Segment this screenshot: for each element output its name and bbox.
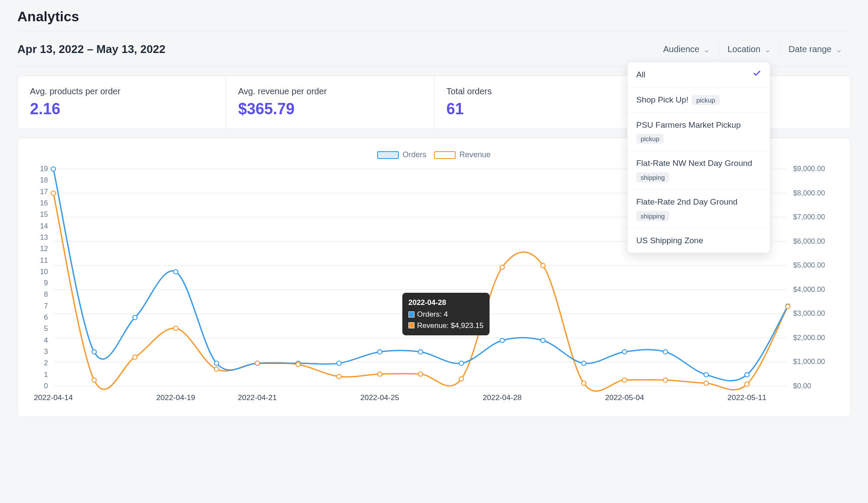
stat-value: $365.79 bbox=[238, 100, 422, 118]
svg-text:11: 11 bbox=[40, 256, 48, 264]
stat-label: Total orders bbox=[447, 86, 630, 96]
svg-text:$8,000.00: $8,000.00 bbox=[793, 189, 825, 197]
chevron-down-icon bbox=[704, 46, 710, 53]
location-option[interactable]: US Shipping Zone bbox=[628, 228, 770, 253]
svg-point-60 bbox=[582, 361, 586, 365]
svg-text:15: 15 bbox=[40, 211, 48, 218]
location-option-tag: shipping bbox=[636, 172, 669, 182]
legend-swatch-orders bbox=[377, 151, 399, 159]
location-option[interactable]: All bbox=[628, 62, 770, 88]
location-option-tag: pickup bbox=[692, 95, 719, 105]
svg-text:$1,000.00: $1,000.00 bbox=[793, 358, 825, 366]
svg-text:2022-04-14: 2022-04-14 bbox=[34, 393, 73, 402]
location-option[interactable]: Shop Pick Up!pickup bbox=[628, 88, 770, 113]
audience-filter[interactable]: Audience bbox=[654, 41, 718, 58]
svg-text:3: 3 bbox=[44, 347, 48, 355]
stat-label: Avg. products per order bbox=[30, 86, 214, 96]
legend-swatch-revenue bbox=[434, 151, 456, 159]
location-dropdown: AllShop Pick Up!pickupPSU Farmers Market… bbox=[627, 62, 770, 253]
svg-point-58 bbox=[500, 338, 504, 343]
svg-point-61 bbox=[622, 350, 627, 354]
check-icon bbox=[753, 69, 761, 80]
legend-revenue-label: Revenue bbox=[459, 150, 490, 159]
svg-text:4: 4 bbox=[44, 336, 48, 344]
stat-value: 2.16 bbox=[30, 100, 214, 118]
svg-point-72 bbox=[296, 362, 300, 367]
svg-point-66 bbox=[51, 191, 56, 195]
svg-point-59 bbox=[541, 338, 545, 343]
svg-text:10: 10 bbox=[40, 268, 48, 275]
svg-point-56 bbox=[418, 350, 423, 354]
location-option-label: PSU Farmers Market Pickup bbox=[636, 120, 741, 131]
date-range-filter[interactable]: Date range bbox=[779, 41, 851, 58]
stat-value: 61 bbox=[447, 100, 630, 118]
location-option-label: Flat-Rate NW Next Day Ground bbox=[636, 158, 752, 169]
svg-point-54 bbox=[337, 361, 341, 365]
legend-orders-label: Orders bbox=[402, 150, 426, 159]
page-title: Analytics bbox=[17, 9, 851, 25]
svg-point-74 bbox=[378, 372, 382, 376]
svg-point-75 bbox=[418, 372, 423, 376]
chevron-down-icon bbox=[765, 46, 771, 53]
legend-revenue[interactable]: Revenue bbox=[434, 150, 490, 159]
svg-text:0: 0 bbox=[44, 382, 48, 390]
stat-label: Avg. revenue per order bbox=[238, 86, 422, 96]
svg-point-80 bbox=[622, 378, 627, 382]
svg-text:$7,000.00: $7,000.00 bbox=[793, 213, 825, 221]
stat-card: Total orders61 bbox=[434, 76, 643, 129]
location-option[interactable]: Flate-Rate 2nd Day Groundshipping bbox=[628, 190, 770, 228]
svg-text:16: 16 bbox=[40, 199, 48, 207]
svg-point-84 bbox=[786, 304, 790, 309]
toolbar: Apr 13, 2022 – May 13, 2022 Audience Loc… bbox=[17, 32, 851, 66]
location-option-label: All bbox=[636, 69, 645, 80]
svg-text:$3,000.00: $3,000.00 bbox=[793, 310, 825, 318]
svg-point-47 bbox=[51, 167, 56, 171]
svg-text:7: 7 bbox=[44, 302, 48, 310]
svg-text:18: 18 bbox=[40, 176, 48, 184]
svg-point-68 bbox=[133, 355, 137, 359]
svg-text:9: 9 bbox=[44, 279, 48, 287]
svg-text:2022-04-25: 2022-04-25 bbox=[360, 393, 399, 402]
location-option-label: Shop Pick Up! bbox=[636, 95, 688, 106]
svg-point-71 bbox=[255, 361, 260, 365]
stat-card: Avg. revenue per order$365.79 bbox=[226, 76, 434, 129]
date-range-filter-label: Date range bbox=[789, 44, 832, 54]
svg-point-81 bbox=[663, 378, 667, 382]
svg-text:$9,000.00: $9,000.00 bbox=[793, 165, 825, 172]
audience-filter-label: Audience bbox=[663, 44, 699, 54]
location-filter[interactable]: Location bbox=[718, 41, 779, 58]
svg-text:19: 19 bbox=[40, 165, 48, 172]
svg-point-62 bbox=[663, 350, 667, 354]
svg-text:17: 17 bbox=[40, 188, 48, 195]
svg-point-67 bbox=[92, 378, 96, 382]
svg-text:$6,000.00: $6,000.00 bbox=[793, 237, 825, 245]
svg-text:12: 12 bbox=[40, 245, 48, 252]
svg-text:$0.00: $0.00 bbox=[793, 382, 811, 390]
svg-text:13: 13 bbox=[40, 233, 48, 241]
svg-point-76 bbox=[459, 377, 464, 381]
svg-text:$5,000.00: $5,000.00 bbox=[793, 261, 825, 269]
svg-point-49 bbox=[133, 315, 137, 320]
date-range-label: Apr 13, 2022 – May 13, 2022 bbox=[17, 43, 165, 56]
location-option-tag: shipping bbox=[636, 211, 669, 221]
svg-point-73 bbox=[337, 374, 341, 379]
svg-text:2022-04-21: 2022-04-21 bbox=[238, 393, 277, 402]
svg-point-57 bbox=[459, 361, 464, 365]
svg-point-51 bbox=[214, 361, 219, 365]
svg-text:14: 14 bbox=[40, 222, 48, 230]
location-option[interactable]: Flat-Rate NW Next Day Groundshipping bbox=[628, 151, 770, 190]
svg-point-48 bbox=[92, 350, 96, 354]
svg-text:2022-05-04: 2022-05-04 bbox=[605, 393, 644, 402]
stat-card: Avg. products per order2.16 bbox=[17, 76, 226, 129]
svg-point-63 bbox=[704, 373, 708, 377]
svg-text:2022-04-19: 2022-04-19 bbox=[156, 393, 195, 402]
svg-point-83 bbox=[745, 382, 749, 387]
svg-text:2022-04-28: 2022-04-28 bbox=[483, 393, 522, 402]
chevron-down-icon bbox=[836, 46, 842, 53]
svg-text:5: 5 bbox=[44, 325, 48, 333]
svg-text:$4,000.00: $4,000.00 bbox=[793, 285, 825, 293]
location-option-label: US Shipping Zone bbox=[636, 235, 703, 246]
legend-orders[interactable]: Orders bbox=[377, 150, 426, 159]
svg-text:2: 2 bbox=[44, 359, 48, 367]
location-option[interactable]: PSU Farmers Market Pickuppickup bbox=[628, 113, 770, 152]
